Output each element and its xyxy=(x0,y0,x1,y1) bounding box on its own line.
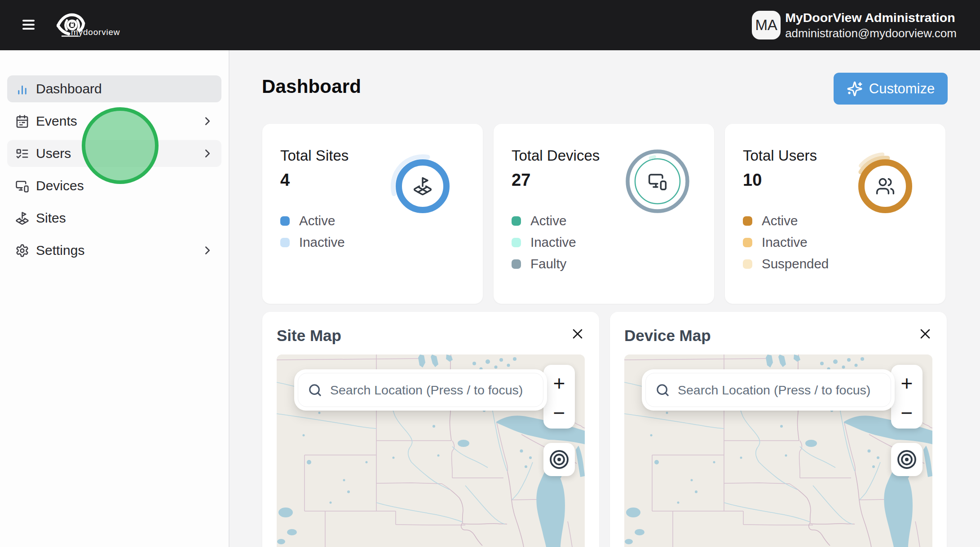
svg-text:mydoorview: mydoorview xyxy=(71,27,120,37)
